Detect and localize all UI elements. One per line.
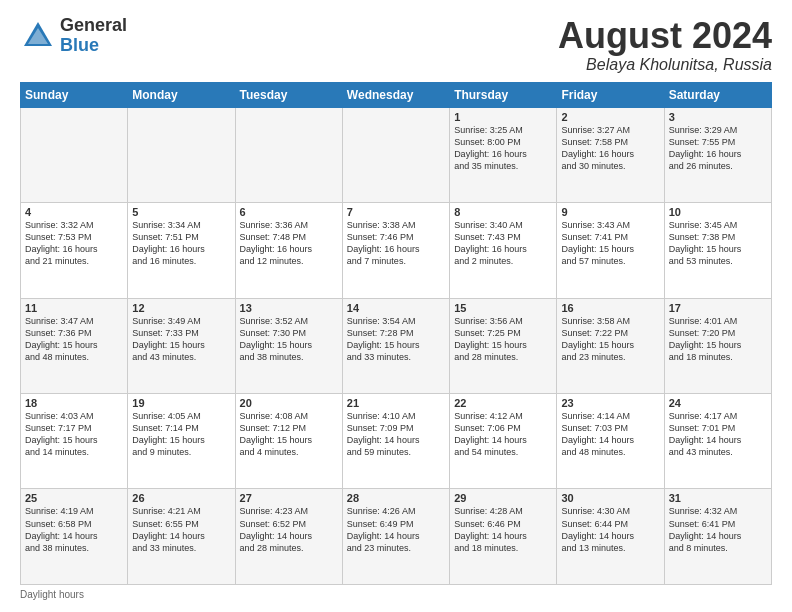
calendar-week-5: 25Sunrise: 4:19 AM Sunset: 6:58 PM Dayli…: [21, 489, 772, 585]
calendar-cell: 30Sunrise: 4:30 AM Sunset: 6:44 PM Dayli…: [557, 489, 664, 585]
logo-icon: [20, 18, 56, 54]
calendar-cell: 15Sunrise: 3:56 AM Sunset: 7:25 PM Dayli…: [450, 298, 557, 393]
day-info: Sunrise: 3:56 AM Sunset: 7:25 PM Dayligh…: [454, 315, 552, 364]
day-info: Sunrise: 3:58 AM Sunset: 7:22 PM Dayligh…: [561, 315, 659, 364]
calendar-cell: 1Sunrise: 3:25 AM Sunset: 8:00 PM Daylig…: [450, 107, 557, 202]
day-info: Sunrise: 3:45 AM Sunset: 7:38 PM Dayligh…: [669, 219, 767, 268]
calendar-cell: 26Sunrise: 4:21 AM Sunset: 6:55 PM Dayli…: [128, 489, 235, 585]
calendar-cell: 16Sunrise: 3:58 AM Sunset: 7:22 PM Dayli…: [557, 298, 664, 393]
day-number: 20: [240, 397, 338, 409]
day-number: 8: [454, 206, 552, 218]
calendar-cell: [342, 107, 449, 202]
calendar-cell: 29Sunrise: 4:28 AM Sunset: 6:46 PM Dayli…: [450, 489, 557, 585]
day-number: 21: [347, 397, 445, 409]
day-info: Sunrise: 4:17 AM Sunset: 7:01 PM Dayligh…: [669, 410, 767, 459]
day-info: Sunrise: 4:28 AM Sunset: 6:46 PM Dayligh…: [454, 505, 552, 554]
month-title: August 2024: [558, 16, 772, 56]
calendar-cell: 17Sunrise: 4:01 AM Sunset: 7:20 PM Dayli…: [664, 298, 771, 393]
calendar-cell: 7Sunrise: 3:38 AM Sunset: 7:46 PM Daylig…: [342, 203, 449, 298]
day-info: Sunrise: 4:19 AM Sunset: 6:58 PM Dayligh…: [25, 505, 123, 554]
day-info: Sunrise: 3:25 AM Sunset: 8:00 PM Dayligh…: [454, 124, 552, 173]
footer-note: Daylight hours: [20, 589, 772, 600]
header: General Blue August 2024 Belaya Kholunit…: [20, 16, 772, 74]
day-info: Sunrise: 3:27 AM Sunset: 7:58 PM Dayligh…: [561, 124, 659, 173]
day-number: 2: [561, 111, 659, 123]
day-info: Sunrise: 4:12 AM Sunset: 7:06 PM Dayligh…: [454, 410, 552, 459]
location-title: Belaya Kholunitsa, Russia: [558, 56, 772, 74]
calendar-cell: 11Sunrise: 3:47 AM Sunset: 7:36 PM Dayli…: [21, 298, 128, 393]
day-number: 3: [669, 111, 767, 123]
calendar-cell: 28Sunrise: 4:26 AM Sunset: 6:49 PM Dayli…: [342, 489, 449, 585]
calendar-cell: 24Sunrise: 4:17 AM Sunset: 7:01 PM Dayli…: [664, 394, 771, 489]
calendar-header-thursday: Thursday: [450, 82, 557, 107]
day-info: Sunrise: 3:40 AM Sunset: 7:43 PM Dayligh…: [454, 219, 552, 268]
calendar-cell: 6Sunrise: 3:36 AM Sunset: 7:48 PM Daylig…: [235, 203, 342, 298]
calendar-table: SundayMondayTuesdayWednesdayThursdayFrid…: [20, 82, 772, 585]
day-number: 13: [240, 302, 338, 314]
calendar-cell: 8Sunrise: 3:40 AM Sunset: 7:43 PM Daylig…: [450, 203, 557, 298]
day-number: 25: [25, 492, 123, 504]
day-info: Sunrise: 3:34 AM Sunset: 7:51 PM Dayligh…: [132, 219, 230, 268]
page: General Blue August 2024 Belaya Kholunit…: [0, 0, 792, 612]
day-info: Sunrise: 4:32 AM Sunset: 6:41 PM Dayligh…: [669, 505, 767, 554]
calendar-week-1: 1Sunrise: 3:25 AM Sunset: 8:00 PM Daylig…: [21, 107, 772, 202]
calendar-header-sunday: Sunday: [21, 82, 128, 107]
calendar-cell: 4Sunrise: 3:32 AM Sunset: 7:53 PM Daylig…: [21, 203, 128, 298]
day-number: 5: [132, 206, 230, 218]
logo-general: General: [60, 16, 127, 36]
calendar-cell: 22Sunrise: 4:12 AM Sunset: 7:06 PM Dayli…: [450, 394, 557, 489]
day-info: Sunrise: 4:03 AM Sunset: 7:17 PM Dayligh…: [25, 410, 123, 459]
calendar-cell: 5Sunrise: 3:34 AM Sunset: 7:51 PM Daylig…: [128, 203, 235, 298]
calendar-cell: 12Sunrise: 3:49 AM Sunset: 7:33 PM Dayli…: [128, 298, 235, 393]
day-info: Sunrise: 4:26 AM Sunset: 6:49 PM Dayligh…: [347, 505, 445, 554]
day-number: 31: [669, 492, 767, 504]
day-info: Sunrise: 4:30 AM Sunset: 6:44 PM Dayligh…: [561, 505, 659, 554]
day-info: Sunrise: 3:43 AM Sunset: 7:41 PM Dayligh…: [561, 219, 659, 268]
calendar-week-2: 4Sunrise: 3:32 AM Sunset: 7:53 PM Daylig…: [21, 203, 772, 298]
day-info: Sunrise: 3:49 AM Sunset: 7:33 PM Dayligh…: [132, 315, 230, 364]
day-info: Sunrise: 3:32 AM Sunset: 7:53 PM Dayligh…: [25, 219, 123, 268]
calendar-cell: [128, 107, 235, 202]
calendar-cell: 19Sunrise: 4:05 AM Sunset: 7:14 PM Dayli…: [128, 394, 235, 489]
calendar-cell: 27Sunrise: 4:23 AM Sunset: 6:52 PM Dayli…: [235, 489, 342, 585]
calendar-cell: 25Sunrise: 4:19 AM Sunset: 6:58 PM Dayli…: [21, 489, 128, 585]
day-info: Sunrise: 3:47 AM Sunset: 7:36 PM Dayligh…: [25, 315, 123, 364]
calendar-cell: 23Sunrise: 4:14 AM Sunset: 7:03 PM Dayli…: [557, 394, 664, 489]
calendar-header-row: SundayMondayTuesdayWednesdayThursdayFrid…: [21, 82, 772, 107]
day-number: 26: [132, 492, 230, 504]
day-number: 30: [561, 492, 659, 504]
day-number: 24: [669, 397, 767, 409]
day-info: Sunrise: 3:29 AM Sunset: 7:55 PM Dayligh…: [669, 124, 767, 173]
day-number: 15: [454, 302, 552, 314]
calendar-week-4: 18Sunrise: 4:03 AM Sunset: 7:17 PM Dayli…: [21, 394, 772, 489]
logo-text: General Blue: [60, 16, 127, 56]
calendar-cell: 31Sunrise: 4:32 AM Sunset: 6:41 PM Dayli…: [664, 489, 771, 585]
calendar-header-friday: Friday: [557, 82, 664, 107]
title-block: August 2024 Belaya Kholunitsa, Russia: [558, 16, 772, 74]
calendar-cell: [235, 107, 342, 202]
calendar-cell: 9Sunrise: 3:43 AM Sunset: 7:41 PM Daylig…: [557, 203, 664, 298]
day-number: 6: [240, 206, 338, 218]
calendar-week-3: 11Sunrise: 3:47 AM Sunset: 7:36 PM Dayli…: [21, 298, 772, 393]
day-number: 28: [347, 492, 445, 504]
day-info: Sunrise: 3:54 AM Sunset: 7:28 PM Dayligh…: [347, 315, 445, 364]
day-number: 4: [25, 206, 123, 218]
calendar-cell: 13Sunrise: 3:52 AM Sunset: 7:30 PM Dayli…: [235, 298, 342, 393]
day-number: 16: [561, 302, 659, 314]
calendar-cell: 20Sunrise: 4:08 AM Sunset: 7:12 PM Dayli…: [235, 394, 342, 489]
day-info: Sunrise: 4:10 AM Sunset: 7:09 PM Dayligh…: [347, 410, 445, 459]
day-info: Sunrise: 3:52 AM Sunset: 7:30 PM Dayligh…: [240, 315, 338, 364]
day-number: 7: [347, 206, 445, 218]
day-number: 9: [561, 206, 659, 218]
calendar-cell: 14Sunrise: 3:54 AM Sunset: 7:28 PM Dayli…: [342, 298, 449, 393]
day-number: 11: [25, 302, 123, 314]
calendar-header-tuesday: Tuesday: [235, 82, 342, 107]
day-number: 19: [132, 397, 230, 409]
day-info: Sunrise: 4:08 AM Sunset: 7:12 PM Dayligh…: [240, 410, 338, 459]
day-number: 1: [454, 111, 552, 123]
day-number: 23: [561, 397, 659, 409]
day-number: 29: [454, 492, 552, 504]
day-info: Sunrise: 3:38 AM Sunset: 7:46 PM Dayligh…: [347, 219, 445, 268]
logo: General Blue: [20, 16, 127, 56]
day-info: Sunrise: 3:36 AM Sunset: 7:48 PM Dayligh…: [240, 219, 338, 268]
